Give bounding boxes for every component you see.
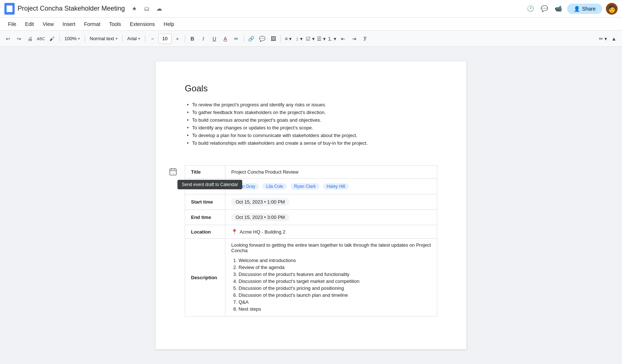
clear-format-button[interactable]: T̷ — [360, 34, 370, 44]
menu-help[interactable]: Help — [160, 20, 178, 29]
description-list: Welcome and introductions Review of the … — [231, 257, 431, 312]
star-icon[interactable]: ★ — [129, 4, 139, 14]
zoom-value: 100% — [64, 36, 76, 41]
undo-button[interactable]: ↩ — [3, 34, 13, 44]
checklist-button[interactable]: ☑ ▾ — [305, 34, 315, 44]
font-value: Arial — [127, 36, 137, 41]
start-time-label: Start time — [185, 194, 225, 210]
divider-7 — [281, 35, 281, 42]
redo-button[interactable]: ↪ — [14, 34, 24, 44]
font-size-control: − + — [147, 34, 183, 44]
collapse-toolbar-button[interactable]: ▲ — [609, 34, 619, 44]
list-item: Next steps — [239, 306, 431, 312]
list-item: To review the project's progress and ide… — [185, 101, 437, 109]
share-label: Share — [582, 6, 596, 12]
list-item: Discussion of the product's features and… — [239, 271, 431, 278]
goals-list: To review the project's progress and ide… — [185, 101, 437, 147]
location-pin-icon: 📍 — [231, 229, 237, 235]
style-value: Normal text — [90, 36, 114, 41]
menu-file[interactable]: File — [4, 20, 20, 29]
line-spacing-button[interactable]: ↕ ▾ — [294, 34, 304, 44]
main-content: Goals To review the project's progress a… — [0, 47, 622, 364]
history-icon[interactable]: 🕐 — [525, 4, 536, 14]
meeting-icon[interactable]: 📹 — [553, 4, 563, 14]
location-cell: 📍 Acme HQ - Building 2 — [231, 229, 431, 235]
paintformat-button[interactable]: 🖌 — [47, 34, 57, 44]
title-value: Project Concha Product Review — [225, 166, 437, 179]
list-item: Discussion of the product's target marke… — [239, 278, 431, 285]
align-button[interactable]: ≡ ▾ — [283, 34, 293, 44]
indent-more-button[interactable]: ⇥ — [349, 34, 359, 44]
menu-extensions[interactable]: Extensions — [126, 20, 158, 29]
user-avatar[interactable]: 🧑 — [606, 3, 618, 15]
comment-button[interactable]: 💬 — [257, 34, 267, 44]
folder-icon[interactable]: 🗂 — [142, 4, 152, 14]
list-item: To develop a plan for how to communicate… — [185, 132, 437, 139]
menu-tools[interactable]: Tools — [105, 20, 125, 29]
indent-less-button[interactable]: ⇤ — [338, 34, 348, 44]
text-color-button[interactable]: A — [220, 34, 231, 44]
highlight-button[interactable]: ✏ — [231, 34, 241, 44]
menu-view[interactable]: View — [39, 20, 57, 29]
font-size-input[interactable] — [158, 34, 172, 44]
bold-button[interactable]: B — [187, 34, 198, 44]
menu-format[interactable]: Format — [80, 20, 104, 29]
guests-value: Aiko Gray Lila Cole Ryan Clark Haley Hil… — [225, 179, 437, 194]
list-item: Review of the agenda — [239, 264, 431, 271]
calendar-widget: → Send event draft to Calendar Title Pro… — [185, 165, 437, 316]
divider-1 — [59, 35, 60, 42]
editing-mode-button[interactable]: ✏ ▾ — [598, 34, 608, 44]
style-select[interactable]: Normal text ▾ — [87, 34, 120, 44]
title-label: Title — [185, 166, 225, 179]
list-item: To gather feedback from stakeholders on … — [185, 109, 437, 116]
zoom-select[interactable]: 100% ▾ — [62, 34, 82, 44]
image-button[interactable]: 🖼 — [268, 34, 278, 44]
share-button[interactable]: 👤 Share — [567, 4, 602, 14]
share-icon: 👤 — [574, 6, 580, 12]
description-value: Looking forward to getting the entire te… — [225, 239, 437, 316]
location-text: Acme HQ - Building 2 — [240, 229, 285, 235]
font-size-increase-button[interactable]: + — [172, 34, 183, 44]
list-item: Discussion of the product's launch plan … — [239, 292, 431, 299]
cloud-icon[interactable]: ☁ — [154, 4, 164, 14]
guest-chip: Haley Hill — [323, 183, 349, 190]
link-button[interactable]: 🔗 — [246, 34, 256, 44]
toolbar: ↩ ↪ 🖨 ABC 🖌 100% ▾ Normal text ▾ Arial ▾… — [0, 31, 622, 47]
guest-chip: Ryan Clark — [291, 183, 319, 190]
list-item: Q&A — [239, 299, 431, 306]
send-to-calendar-button[interactable]: → — [166, 165, 180, 178]
list-item: Welcome and introductions — [239, 257, 431, 264]
top-bar: Project Concha Stakeholder Meeting ★ 🗂 ☁… — [0, 0, 622, 18]
divider-5 — [185, 35, 185, 42]
numbered-list-button[interactable]: 1. ▾ — [327, 34, 337, 44]
bullets-button[interactable]: ☰ ▾ — [316, 34, 326, 44]
comments-icon[interactable]: 💬 — [539, 4, 550, 14]
divider-2 — [85, 35, 85, 42]
divider-4 — [145, 35, 145, 42]
underline-button[interactable]: U — [209, 34, 220, 44]
divider-3 — [122, 35, 123, 42]
description-label: Description — [185, 239, 225, 316]
guest-chip: Lila Cole — [262, 183, 287, 190]
svg-text:→: → — [172, 172, 175, 175]
italic-button[interactable]: I — [198, 34, 209, 44]
calendar-tooltip: Send event draft to Calendar — [177, 180, 242, 189]
end-time-label: End time — [185, 210, 225, 225]
doc-action-icons: ★ 🗂 ☁ — [129, 4, 164, 14]
font-size-decrease-button[interactable]: − — [147, 34, 158, 44]
style-chevron-icon: ▾ — [116, 37, 117, 41]
avatar-image: 🧑 — [607, 4, 617, 13]
document-area: Goals To review the project's progress a… — [0, 47, 622, 364]
menu-insert[interactable]: Insert — [59, 20, 79, 29]
list-item: To identify any changes or updates to th… — [185, 124, 437, 132]
zoom-chevron-icon: ▾ — [78, 37, 80, 41]
start-time-value: Oct 15, 2023 • 1:00 PM — [225, 194, 437, 210]
table-row: Title Project Concha Product Review — [185, 166, 437, 179]
end-time-value: Oct 15, 2023 • 3:00 PM — [225, 210, 437, 225]
font-select[interactable]: Arial ▾ — [125, 34, 143, 44]
start-time-chip: Oct 15, 2023 • 1:00 PM — [231, 198, 289, 206]
menu-edit[interactable]: Edit — [22, 20, 38, 29]
spellcheck-button[interactable]: ABC — [36, 34, 46, 44]
end-time-chip: Oct 15, 2023 • 3:00 PM — [231, 213, 289, 221]
print-button[interactable]: 🖨 — [25, 34, 35, 44]
